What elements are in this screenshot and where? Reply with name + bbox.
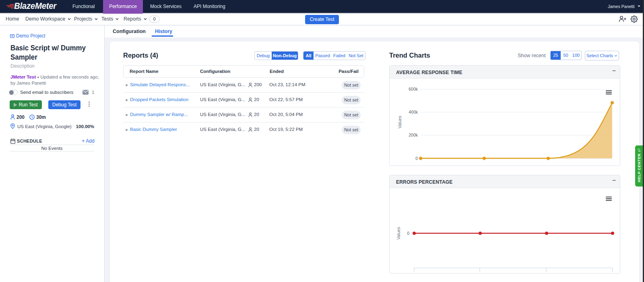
- svg-text:0: 0: [407, 231, 409, 236]
- svg-text:0: 0: [415, 156, 418, 161]
- svg-text:Values: Values: [396, 227, 401, 239]
- svg-text:400k: 400k: [409, 110, 418, 114]
- svg-text:200k: 200k: [409, 133, 418, 137]
- svg-text:Values: Values: [397, 116, 402, 128]
- svg-text:600k: 600k: [409, 87, 418, 91]
